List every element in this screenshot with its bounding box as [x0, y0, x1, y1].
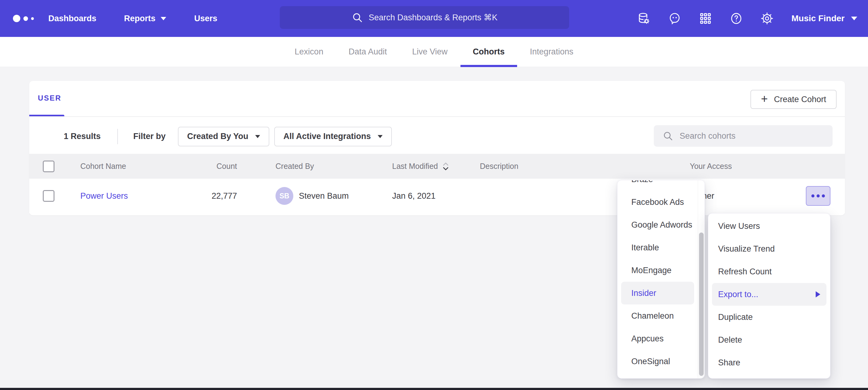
filter-label: Created By You: [187, 132, 248, 141]
column-header-count[interactable]: Count: [216, 162, 237, 171]
cohort-name-link[interactable]: Power Users: [80, 191, 128, 200]
feedback-icon[interactable]: [668, 12, 681, 25]
menu-item-braze[interactable]: Braze: [617, 180, 698, 191]
row-actions-menu: View Users Visualize Trend Refresh Count…: [708, 213, 831, 379]
navbar-right-cluster: Music Finder: [638, 0, 858, 37]
project-name: Music Finder: [792, 13, 845, 23]
chevron-down-icon: [851, 16, 858, 21]
column-header-description[interactable]: Description: [480, 162, 690, 171]
search-icon: [662, 130, 674, 141]
filter-by-label: Filter by: [133, 132, 165, 141]
menu-item-moengage[interactable]: MoEngage: [617, 259, 698, 282]
active-tab-underline: [461, 65, 517, 67]
menu-item-share[interactable]: Share: [708, 351, 830, 374]
table-header: Cohort Name Count Created By Last Modifi…: [29, 154, 845, 179]
menu-item-facebook-ads[interactable]: Facebook Ads: [617, 191, 698, 214]
submenu-arrow-icon: [816, 291, 820, 297]
dot-icon: [822, 194, 825, 197]
window-bottom-edge: [0, 388, 868, 390]
created-by-filter-dropdown[interactable]: Created By You: [178, 127, 269, 147]
submenu-scrollbar-thumb[interactable]: [699, 232, 704, 376]
global-search-placeholder: Search Dashboards & Reports ⌘K: [369, 12, 498, 23]
export-to-submenu: Braze Facebook Ads Google Adwords Iterab…: [617, 180, 705, 379]
help-icon[interactable]: [730, 12, 743, 25]
column-header-last-modified[interactable]: Last Modified: [392, 161, 480, 171]
menu-item-onesignal[interactable]: OneSignal: [617, 350, 698, 373]
divider: [29, 116, 845, 117]
menu-item-refresh-count[interactable]: Refresh Count: [708, 260, 830, 283]
integrations-filter-dropdown[interactable]: All Active Integrations: [274, 127, 392, 147]
dot-icon: [816, 194, 820, 197]
mixpanel-logo-icon[interactable]: [13, 15, 34, 22]
menu-item-view-users[interactable]: View Users: [708, 215, 830, 237]
menu-item-label: Export to...: [718, 290, 758, 299]
cohort-search-box: [654, 125, 833, 147]
last-modified-date: Jan 6, 2021: [392, 191, 436, 201]
cohort-count: 22,777: [212, 191, 237, 201]
tab-integrations[interactable]: Integrations: [530, 37, 574, 67]
tab-data-audit[interactable]: Data Audit: [348, 37, 387, 67]
plus-icon: +: [761, 93, 768, 105]
divider: [117, 129, 118, 144]
nav-item-label: Reports: [124, 14, 155, 23]
apps-grid-icon[interactable]: [699, 12, 712, 25]
cohorts-page: Dashboards Reports Users Search Dashboar…: [0, 0, 868, 390]
menu-item-appcues[interactable]: Appcues: [617, 327, 698, 350]
menu-item-iterable[interactable]: Iterable: [617, 236, 698, 259]
tab-label: Live View: [412, 47, 447, 57]
tab-cohorts[interactable]: Cohorts: [473, 37, 505, 67]
menu-item-delete[interactable]: Delete: [708, 328, 830, 351]
cohort-search-input[interactable]: [680, 131, 821, 141]
results-count: 1 Results: [64, 132, 101, 141]
project-switcher[interactable]: Music Finder: [792, 13, 858, 23]
column-header-cohort-name[interactable]: Cohort Name: [80, 162, 202, 171]
created-by-name: Steven Baum: [299, 191, 349, 201]
tab-live-view[interactable]: Live View: [412, 37, 447, 67]
column-header-your-access[interactable]: Your Access: [690, 162, 791, 171]
column-header-label: Last Modified: [392, 162, 438, 171]
top-navbar: Dashboards Reports Users Search Dashboar…: [0, 0, 868, 37]
chevron-down-icon: [255, 135, 260, 138]
chevron-down-icon: [160, 17, 166, 21]
tab-lexicon[interactable]: Lexicon: [294, 37, 323, 67]
menu-item-chameleon[interactable]: Chameleon: [617, 304, 698, 327]
export-target-list: Braze Facebook Ads Google Adwords Iterab…: [617, 180, 698, 373]
table-row: Power Users 22,777 SB Steven Baum Jan 6,…: [29, 179, 845, 213]
nav-item-label: Dashboards: [48, 14, 96, 23]
chevron-down-icon: [378, 135, 382, 138]
nav-item-label: Users: [194, 14, 217, 23]
row-checkbox[interactable]: [43, 190, 55, 202]
secondary-nav: Lexicon Data Audit Live View Cohorts Int…: [0, 37, 868, 67]
menu-item-export-to[interactable]: Export to...: [712, 283, 827, 306]
search-icon: [351, 12, 363, 23]
avatar: SB: [276, 187, 293, 205]
menu-item-visualize-trend[interactable]: Visualize Trend: [708, 237, 830, 260]
menu-item-google-adwords[interactable]: Google Adwords: [617, 214, 698, 236]
tab-label: Lexicon: [294, 47, 323, 57]
tab-label: Cohorts: [473, 47, 505, 57]
your-access-value: Owner: [690, 191, 791, 201]
filter-label: All Active Integrations: [283, 132, 371, 141]
dot-icon: [811, 194, 814, 197]
tab-user-cohorts[interactable]: USER: [38, 94, 62, 102]
nav-item-reports[interactable]: Reports: [124, 14, 166, 23]
menu-item-duplicate[interactable]: Duplicate: [708, 306, 830, 328]
column-header-created-by[interactable]: Created By: [276, 162, 392, 171]
select-all-checkbox[interactable]: [43, 161, 55, 172]
nav-item-users[interactable]: Users: [194, 14, 217, 23]
tab-label: Integrations: [530, 47, 574, 57]
primary-nav: Dashboards Reports Users: [48, 0, 217, 37]
tab-label: Data Audit: [348, 47, 387, 57]
create-cohort-button[interactable]: + Create Cohort: [750, 90, 837, 109]
menu-item-insider[interactable]: Insider: [621, 282, 694, 304]
create-cohort-label: Create Cohort: [774, 95, 826, 104]
nav-item-dashboards[interactable]: Dashboards: [48, 14, 96, 23]
global-search-input[interactable]: Search Dashboards & Reports ⌘K: [280, 6, 569, 29]
data-management-icon[interactable]: [638, 12, 650, 25]
sort-desc-icon: [442, 161, 450, 171]
row-more-options-button[interactable]: [806, 186, 831, 206]
cohorts-panel: USER + Create Cohort 1 Results Filter by…: [29, 81, 845, 215]
settings-icon[interactable]: [761, 12, 774, 25]
